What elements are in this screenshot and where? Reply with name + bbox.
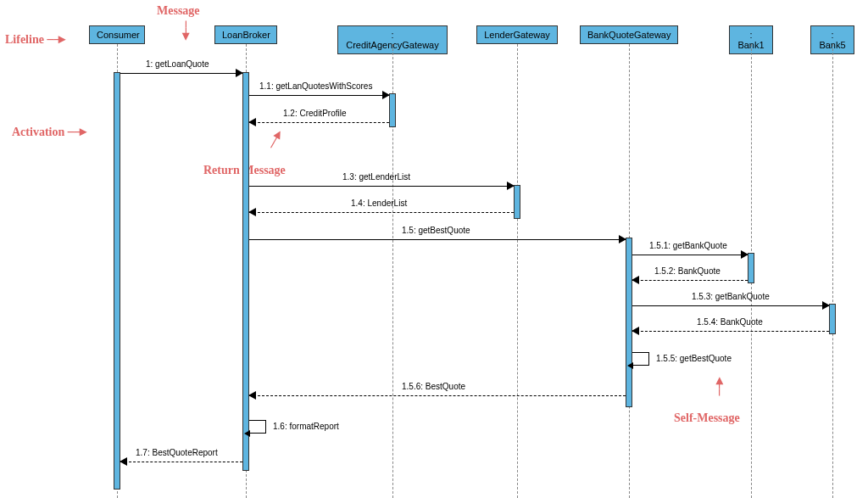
participant-consumer-label: Consumer bbox=[97, 30, 140, 40]
message-1-5-6-label: 1.5.6: BestQuote bbox=[402, 382, 465, 391]
annotation-message-text: Message bbox=[157, 4, 200, 17]
activation-bank5 bbox=[829, 304, 836, 334]
message-1-5-1-label: 1.5.1: getBankQuote bbox=[649, 241, 727, 250]
participant-bankquote-label: BankQuoteGateway bbox=[587, 30, 670, 40]
message-1-5-3-label: 1.5.3: getBankQuote bbox=[692, 292, 770, 301]
message-1-3-label: 1.3: getLenderList bbox=[342, 172, 410, 182]
message-1-1-label: 1.1: getLanQuotesWithScores bbox=[259, 81, 372, 91]
message-1-5-2: 1.5.2: BankQuote bbox=[632, 268, 748, 285]
annotation-return-arrow: – –▸ bbox=[263, 128, 285, 151]
message-1-5-4-label: 1.5.4: BankQuote bbox=[697, 317, 763, 327]
arrow-icon bbox=[632, 276, 639, 284]
arrow-icon bbox=[236, 69, 243, 77]
message-1-5-5-label: 1.5.5: getBestQuote bbox=[656, 354, 732, 363]
message-1-5-1: 1.5.1: getBankQuote bbox=[632, 243, 748, 260]
arrow-icon bbox=[244, 430, 250, 437]
activation-bankquote bbox=[626, 238, 632, 407]
arrow-icon bbox=[507, 182, 515, 190]
message-1-5-4: 1.5.4: BankQuote bbox=[632, 319, 829, 336]
arrow-icon bbox=[248, 118, 256, 126]
activation-consumer bbox=[114, 72, 120, 490]
participant-consumer: Consumer bbox=[89, 25, 145, 44]
arrow-icon bbox=[741, 250, 748, 259]
annotation-message-arrow: – –▸ bbox=[179, 21, 195, 38]
message-1-7: 1.7: BestQuoteReport bbox=[120, 450, 242, 467]
annotation-self-text: Self-Message bbox=[674, 411, 740, 424]
message-1-5-2-label: 1.5.2: BankQuote bbox=[654, 266, 721, 276]
arrow-icon bbox=[632, 327, 639, 335]
message-1-4: 1.4: LenderList bbox=[249, 200, 514, 217]
annotation-activation-arrow: – –▸ bbox=[68, 124, 85, 138]
activation-bank1 bbox=[748, 253, 754, 283]
arrow-icon bbox=[382, 91, 390, 99]
arrow-icon bbox=[120, 457, 127, 466]
message-1-5-6: 1.5.6: BestQuote bbox=[249, 383, 626, 400]
message-1-6: 1.6: formatReport bbox=[249, 420, 266, 434]
participant-lender: LenderGateway bbox=[476, 25, 558, 44]
arrow-icon bbox=[627, 362, 633, 369]
message-1-5-5: 1.5.5: getBestQuote bbox=[632, 352, 649, 366]
annotation-activation: Activation – –▸ bbox=[12, 123, 85, 139]
lifeline-bank5 bbox=[832, 44, 833, 498]
message-1-6-label: 1.6: formatReport bbox=[273, 422, 339, 431]
annotation-self-arrow: – –▸ bbox=[710, 379, 726, 396]
message-1-5: 1.5: getBestQuote bbox=[249, 227, 626, 244]
message-1-5-label: 1.5: getBestQuote bbox=[402, 226, 470, 235]
message-1: 1: getLoanQuote bbox=[120, 61, 242, 78]
activation-lender bbox=[514, 185, 520, 219]
message-1-1: 1.1: getLanQuotesWithScores bbox=[249, 83, 389, 100]
participant-lender-label: LenderGateway bbox=[484, 30, 550, 40]
arrow-icon bbox=[822, 301, 830, 310]
activation-creditagency bbox=[389, 93, 396, 127]
annotation-lifeline: Lifeline – –▸ bbox=[5, 31, 64, 47]
message-1-label: 1: getLoanQuote bbox=[146, 59, 209, 69]
message-1-7-label: 1.7: BestQuoteReport bbox=[136, 448, 218, 457]
participant-loanbroker-label: LoanBroker bbox=[222, 30, 270, 40]
message-1-5-3: 1.5.3: getBankQuote bbox=[632, 294, 829, 311]
participant-bankquote: BankQuoteGateway bbox=[580, 25, 678, 44]
arrow-icon bbox=[248, 391, 256, 400]
annotation-lifeline-arrow: – –▸ bbox=[47, 31, 64, 46]
message-1-3: 1.3: getLenderList bbox=[249, 174, 514, 191]
participant-loanbroker: LoanBroker bbox=[214, 25, 277, 44]
annotation-message: Message bbox=[157, 4, 200, 18]
arrow-icon bbox=[248, 208, 256, 216]
annotation-lifeline-text: Lifeline bbox=[5, 33, 44, 46]
annotation-self-message: Self-Message bbox=[674, 411, 740, 425]
arrow-icon bbox=[619, 235, 626, 243]
annotation-activation-text: Activation bbox=[12, 126, 64, 138]
activation-loanbroker bbox=[242, 72, 249, 471]
message-1-4-label: 1.4: LenderList bbox=[351, 199, 407, 208]
message-1-2-label: 1.2: CreditProfile bbox=[283, 109, 346, 118]
lifeline-lender bbox=[517, 44, 518, 498]
message-1-2: 1.2: CreditProfile bbox=[249, 110, 389, 127]
